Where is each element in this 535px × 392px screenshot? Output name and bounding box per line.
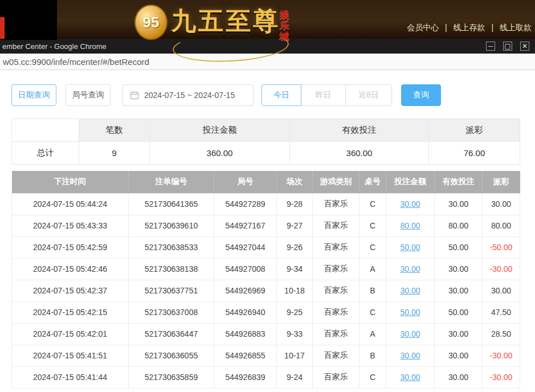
cell-round-number: 544927008 — [214, 258, 277, 280]
date-range-value: 2024-07-15 ~ 2024-07-15 — [144, 91, 235, 100]
nav-link-online-deposit[interactable]: 线上存款 — [454, 23, 485, 32]
cell-valid-bet: 50.00 — [435, 236, 483, 258]
date-query-button[interactable]: 日期查询 — [11, 84, 56, 106]
header-table-number: 桌号 — [360, 171, 386, 193]
cell-session: 9-28 — [277, 193, 313, 215]
cell-round-number: 544926855 — [214, 345, 277, 366]
bet-amount-link[interactable]: 30.00 — [400, 264, 420, 273]
bet-record-page: 日期查询 局号查询 2024-07-15 ~ 2024-07-15 今日 昨日 … — [0, 84, 535, 389]
cell-bet-amount: 30.00 — [386, 323, 435, 345]
cell-table-number: A — [360, 323, 386, 345]
cell-bet-amount: 50.00 — [386, 236, 435, 258]
bet-amount-link[interactable]: 30.00 — [400, 351, 420, 360]
today-tab[interactable]: 今日 — [262, 84, 301, 106]
summary-total-row: 总计 9 360.00 360.00 76.00 — [12, 142, 520, 165]
header-payout: 派彩 — [483, 171, 520, 193]
cell-table-number: C — [360, 301, 386, 323]
cell-session: 9-25 — [277, 301, 313, 323]
summary-total-valid-bet: 360.00 — [290, 142, 429, 165]
bet-amount-link[interactable]: 30.00 — [400, 286, 420, 295]
bet-amount-link[interactable]: 50.00 — [400, 243, 420, 252]
table-row: 2024-07-15 05:42:46521730638138544927008… — [12, 258, 520, 280]
cell-round-number: 544926940 — [214, 301, 277, 323]
cell-bet-time: 2024-07-15 05:42:59 — [12, 236, 129, 258]
table-row: 2024-07-15 05:43:33521730639610544927167… — [12, 215, 520, 236]
cell-payout: 47.50 — [483, 301, 520, 323]
table-row: 2024-07-15 05:41:51521730636055544926855… — [12, 345, 520, 366]
cell-payout: -50.00 — [483, 236, 520, 258]
cell-bet-time: 2024-07-15 05:42:15 — [12, 301, 129, 323]
cell-table-number: C — [360, 193, 386, 215]
minimize-icon[interactable]: ─ — [486, 42, 495, 51]
cell-game-type: 百家乐 — [313, 301, 360, 323]
cell-round-number: 544927167 — [214, 215, 277, 236]
header-bet-time: 下注时间 — [12, 171, 129, 193]
last8days-tab[interactable]: 近8日 — [345, 84, 392, 106]
header-bet-amount: 投注金额 — [386, 171, 435, 193]
cell-game-type: 百家乐 — [313, 215, 360, 236]
cell-order-number: 521730638533 — [129, 236, 214, 258]
search-button[interactable]: 查询 — [401, 84, 441, 106]
bet-amount-link[interactable]: 30.00 — [400, 329, 420, 338]
cell-valid-bet: 30.00 — [435, 345, 483, 366]
table-row: 2024-07-15 05:42:59521730638533544927044… — [12, 236, 520, 258]
cell-round-number: 544926969 — [214, 280, 277, 301]
calendar-icon — [130, 91, 139, 100]
cell-valid-bet: 30.00 — [435, 258, 483, 280]
cell-payout: -30.00 — [483, 366, 520, 388]
cell-session: 10-17 — [277, 345, 313, 366]
summary-header-count: 笔数 — [79, 119, 150, 142]
cell-bet-amount: 30.00 — [386, 258, 435, 280]
cell-session: 9-24 — [277, 366, 313, 388]
summary-total-bet-amount: 360.00 — [150, 142, 290, 165]
cell-session: 10-18 — [277, 280, 313, 301]
cell-round-number: 544927044 — [214, 236, 277, 258]
url-bar[interactable]: w05.cc:9900/infe/mcenter/#/betRecord — [0, 54, 535, 70]
cell-table-number: C — [360, 215, 386, 236]
yesterday-tab[interactable]: 昨日 — [301, 84, 346, 106]
cell-game-type: 百家乐 — [313, 366, 360, 388]
black-corner-window — [0, 0, 57, 40]
bet-amount-link[interactable]: 30.00 — [400, 199, 420, 209]
table-row: 2024-07-15 05:41:44521730635859544926839… — [12, 366, 520, 388]
header-game-type: 游戏类别 — [313, 171, 360, 193]
bet-amount-link[interactable]: 30.00 — [400, 373, 420, 382]
close-icon[interactable]: ✕ — [520, 42, 529, 51]
cell-bet-amount: 30.00 — [386, 280, 435, 301]
nav-separator: | — [445, 23, 447, 32]
maximize-icon[interactable]: ▢ — [503, 42, 512, 51]
bet-record-table: 下注时间 注单编号 局号 场次 游戏类别 桌号 投注金额 有效投注 派彩 202… — [11, 171, 520, 389]
table-row: 2024-07-15 05:42:37521730637751544926969… — [12, 280, 520, 301]
cell-order-number: 521730638138 — [129, 258, 214, 280]
red-stripe-decoration — [0, 17, 5, 39]
summary-total-count: 9 — [79, 142, 150, 165]
cell-valid-bet: 30.00 — [435, 366, 483, 388]
cell-payout: 28.50 — [483, 323, 520, 345]
cell-bet-amount: 30.00 — [386, 366, 435, 388]
cell-session: 9-27 — [277, 215, 313, 236]
cell-order-number: 521730637751 — [129, 280, 214, 301]
cell-session: 9-33 — [277, 323, 313, 345]
cell-game-type: 百家乐 — [313, 258, 360, 280]
cell-bet-amount: 80.00 — [386, 215, 435, 236]
cell-bet-amount: 30.00 — [386, 193, 435, 215]
window-controls: ─ ▢ ✕ — [486, 42, 535, 51]
cell-valid-bet: 80.00 — [435, 215, 483, 236]
cell-game-type: 百家乐 — [313, 193, 360, 215]
filter-toolbar: 日期查询 局号查询 2024-07-15 ~ 2024-07-15 今日 昨日 … — [11, 84, 535, 106]
cell-round-number: 544926883 — [214, 323, 277, 345]
summary-total-payout: 76.00 — [429, 142, 520, 165]
cell-game-type: 百家乐 — [313, 323, 360, 345]
cell-bet-time: 2024-07-15 05:43:33 — [12, 215, 129, 236]
window-title: ember Center - Google Chrome — [0, 42, 486, 51]
summary-header-row: 笔数 投注金额 有效投注 派彩 — [12, 119, 520, 142]
bet-amount-link[interactable]: 80.00 — [400, 221, 420, 230]
cell-round-number: 544926839 — [214, 366, 277, 388]
date-range-input[interactable]: 2024-07-15 ~ 2024-07-15 — [122, 84, 254, 106]
cell-table-number: B — [360, 345, 386, 366]
nav-link-member-center[interactable]: 会员中心 — [407, 23, 439, 32]
cell-game-type: 百家乐 — [313, 236, 360, 258]
nav-link-online-withdraw[interactable]: 线上取款 — [500, 23, 532, 32]
round-query-button[interactable]: 局号查询 — [66, 84, 111, 106]
bet-amount-link[interactable]: 50.00 — [400, 308, 420, 317]
